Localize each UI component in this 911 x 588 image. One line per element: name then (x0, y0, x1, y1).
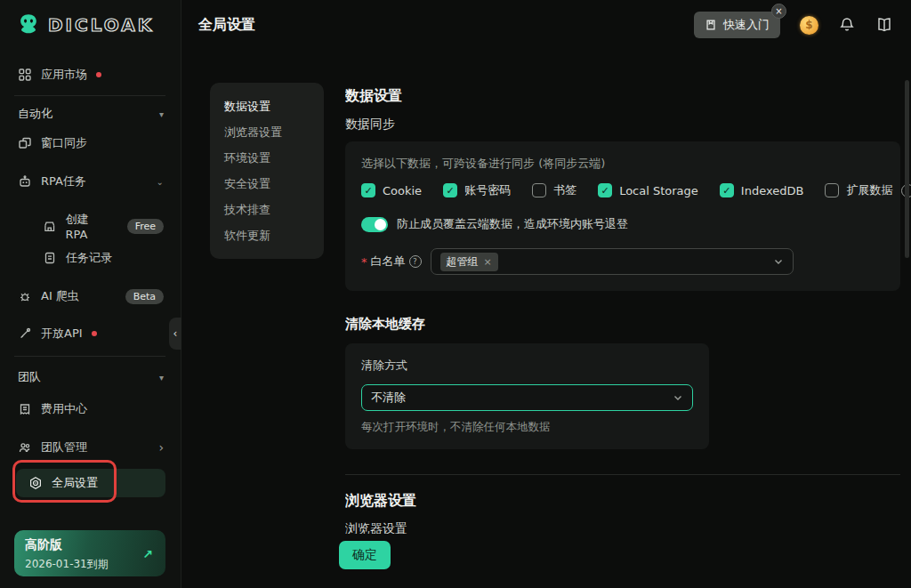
clear-method-select[interactable]: 不清除 (361, 384, 693, 411)
whitelist-select[interactable]: 超管组 × (431, 248, 794, 275)
sidebar-item-label: 应用市场 (41, 67, 87, 83)
sidebar-item-label: 创建RPA (65, 212, 109, 241)
toggle-label: 防止成员覆盖云端数据，造成环境内账号退登 (397, 216, 628, 232)
sidebar-item-app-market[interactable]: 应用市场 (18, 67, 164, 83)
checkbox-label: IndexedDB (741, 184, 804, 197)
checkbox-label: Cookie (383, 184, 422, 197)
checkbox-indexeddb[interactable]: ✓ IndexedDB (720, 183, 804, 197)
confirm-button[interactable]: 确定 (339, 541, 391, 569)
quick-start-label: 快速入门 (723, 17, 770, 33)
top-header: 全局设置 快速入门 × $ (182, 0, 911, 50)
checkbox-label: 扩展数据 (846, 182, 892, 198)
notification-dot (92, 331, 97, 336)
checkbox-label: Local Storage (619, 184, 698, 197)
grid-icon (18, 68, 32, 82)
whitelist-label: * 白名单 ? (361, 254, 422, 270)
clear-cache-card: 清除方式 不清除 每次打开环境时，不清除任何本地数据 (345, 343, 709, 449)
toggle-knob (375, 219, 386, 230)
subnav-item-browser-settings[interactable]: 浏览器设置 (210, 119, 324, 145)
notification-dot (96, 72, 101, 77)
settings-gear-icon (28, 476, 43, 490)
sidebar-item-open-api[interactable]: 开放API (18, 326, 164, 342)
settings-subnav: 数据设置 浏览器设置 环境设置 安全设置 技术排查 软件更新 (210, 83, 324, 259)
brand-logo[interactable]: DICLOAK (16, 12, 154, 37)
coin-icon[interactable]: $ (800, 16, 818, 35)
header-actions: 快速入门 × $ (694, 12, 893, 38)
sidebar-item-label: 全局设置 (52, 475, 98, 491)
subnav-item-environment-settings[interactable]: 环境设置 (210, 145, 324, 171)
group-label-text: 自动化 (18, 106, 52, 122)
sidebar-item-task-records[interactable]: 任务记录 (43, 250, 164, 266)
check-icon: ✓ (722, 186, 730, 196)
chevron-right-icon: › (158, 441, 164, 454)
sync-hint-text: 选择以下数据，可跨设备进行同步 (将同步云端) (361, 156, 884, 172)
page-title: 全局设置 (198, 16, 255, 35)
check-icon: ✓ (447, 186, 455, 196)
sidebar-collapse-handle[interactable]: ‹ (169, 318, 181, 350)
checkbox-account-password[interactable]: ✓ 账号密码 (443, 182, 511, 198)
subnav-item-tech-troubleshooting[interactable]: 技术排查 (210, 197, 324, 222)
tag-close-icon[interactable]: × (484, 256, 492, 268)
sidebar-item-billing-center[interactable]: 费用中心 (18, 401, 164, 417)
scrollbar[interactable] (905, 80, 909, 258)
spider-icon (18, 289, 32, 303)
plan-name: 高阶版 (25, 537, 155, 553)
toggle-prevent-overwrite[interactable] (361, 217, 388, 232)
clear-method-label: 清除方式 (361, 358, 693, 374)
checkbox-label: 账号密码 (464, 182, 511, 198)
checkbox-local-storage[interactable]: ✓ Local Storage (598, 183, 698, 197)
caret-down-icon: ▾ (159, 109, 164, 119)
guide-book-icon (705, 19, 717, 31)
plan-card[interactable]: 高阶版 2026-01-31到期 ↗ (14, 530, 165, 576)
sidebar-item-label: 任务记录 (66, 250, 112, 266)
checkbox-icon: ✓ (532, 183, 546, 197)
pen-icon (18, 326, 32, 341)
check-icon: ✓ (364, 186, 372, 196)
checkbox-extension-data[interactable]: ✓ 扩展数据 ! (825, 182, 911, 198)
sidebar-item-create-rpa[interactable]: 创建RPA Free (43, 212, 164, 241)
sidebar-item-global-settings[interactable]: 全局设置 (16, 469, 165, 497)
sidebar-item-label: 开放API (41, 326, 83, 342)
checkbox-cookie[interactable]: ✓ Cookie (361, 183, 422, 197)
tag-label: 超管组 (447, 254, 479, 270)
subnav-item-data-settings[interactable]: 数据设置 (210, 93, 324, 119)
prevent-overwrite-row: 防止成员覆盖云端数据，造成环境内账号退登 (361, 216, 884, 232)
bell-icon[interactable] (838, 16, 856, 34)
quick-start-button[interactable]: 快速入门 × (694, 12, 780, 38)
arrow-up-right-icon: ↗ (142, 547, 153, 561)
close-icon[interactable]: × (771, 4, 786, 19)
sidebar-group-team[interactable]: 团队 ▾ (18, 369, 164, 385)
document-icon (43, 251, 57, 265)
window-sync-icon (18, 136, 32, 150)
sidebar-item-window-sync[interactable]: 窗口同步 (18, 135, 164, 151)
checkbox-icon: ✓ (361, 183, 375, 197)
sync-checkbox-row: ✓ Cookie ✓ 账号密码 ✓ 书签 ✓ Local Storage ✓ I… (361, 182, 884, 198)
sidebar-item-rpa-tasks[interactable]: RPA任务 ⌄ (18, 173, 164, 189)
collapse-left-icon: ‹ (173, 327, 178, 340)
subsection-data-sync: 数据同步 (345, 117, 911, 133)
check-icon: ✓ (601, 186, 609, 196)
question-icon[interactable]: ? (409, 255, 422, 268)
sidebar-item-ai-crawler[interactable]: AI 爬虫 Beta (18, 288, 164, 304)
section-divider (345, 474, 900, 475)
sidebar-item-label: 窗口同步 (41, 135, 87, 151)
checkbox-icon: ✓ (720, 183, 734, 197)
checkbox-icon: ✓ (825, 183, 839, 197)
required-mark: * (361, 255, 367, 269)
section-title-browser-settings: 浏览器设置 (345, 492, 911, 511)
checkbox-icon: ✓ (598, 183, 612, 197)
whitelist-row: * 白名单 ? 超管组 × (361, 248, 884, 275)
free-badge: Free (127, 219, 164, 234)
checkbox-label: 书签 (553, 182, 576, 198)
subnav-item-software-update[interactable]: 软件更新 (210, 222, 324, 248)
brand-name: DICLOAK (48, 14, 154, 36)
sidebar-item-label: RPA任务 (41, 173, 86, 189)
sidebar-item-team-management[interactable]: 团队管理 › (18, 439, 164, 455)
docs-book-icon[interactable] (875, 16, 893, 34)
subnav-item-security-settings[interactable]: 安全设置 (210, 171, 324, 197)
robot-icon (18, 174, 32, 189)
sidebar: DICLOAK 应用市场 自动化 ▾ 窗口同步 RPA任务 ⌄ 创建RPA Fr… (0, 0, 181, 588)
sidebar-divider (14, 95, 165, 96)
checkbox-bookmarks[interactable]: ✓ 书签 (532, 182, 576, 198)
sidebar-group-automation[interactable]: 自动化 ▾ (18, 106, 164, 122)
